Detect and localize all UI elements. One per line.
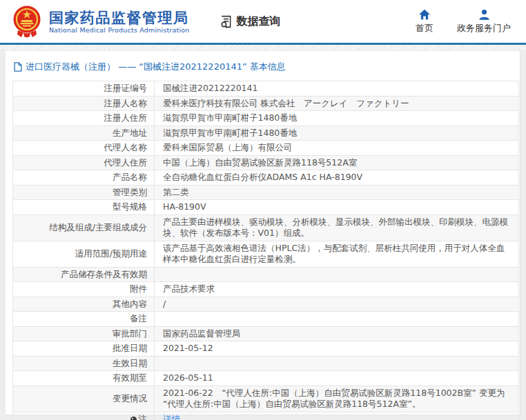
row-value	[155, 267, 519, 282]
table-row: 产品名称全自动糖化血红蛋白分析仪ADAMS A1c HA-8190V	[13, 170, 519, 186]
row-label: 审批部门	[13, 326, 155, 341]
row-value-text: 产品技术要求	[163, 283, 215, 294]
data-query-label: 数据查询	[237, 14, 281, 29]
row-label-text: 变更情况	[113, 393, 147, 403]
table-row: 生产地址滋賀県甲賀市甲南町柑子1480番地	[13, 126, 519, 141]
page-icon	[13, 62, 22, 72]
row-label: 代理人名称	[13, 141, 155, 156]
row-label: 注册证编号	[13, 81, 155, 97]
row-label-text: 附件	[130, 283, 147, 294]
row-value: 产品主要由进样模块、驱动模块、分析模块、显示模块、外部输出模块、印刷模块、电源模…	[155, 214, 519, 241]
table-row: 备注	[13, 312, 519, 327]
row-label: 生产地址	[13, 126, 155, 141]
row-label: 注	[13, 412, 155, 420]
row-value: 国家药品监督管理局	[155, 326, 519, 341]
note-icon	[130, 417, 137, 420]
row-value-text: 该产品基于高效液相色谱法（HPLC法），与配套试剂、层析柱共同使用，用于对人体全…	[163, 243, 505, 265]
table-row: 注册人住所滋賀県甲賀市甲南町柑子1480番地	[13, 111, 519, 126]
row-label: 管理类别	[13, 185, 155, 200]
row-value-text: 2021-05-12	[163, 343, 213, 353]
row-value: 国械注进20212220141	[155, 81, 519, 97]
table-row: 有效期至2026-05-11	[13, 371, 519, 386]
row-label: 变更情况	[13, 386, 155, 412]
table-row: 结构及组成/主要组成成分产品主要由进样模块、驱动模块、分析模块、显示模块、外部输…	[13, 214, 519, 241]
row-label: 注册人名称	[13, 96, 155, 111]
row-value-text: 国械注进20212220141	[163, 83, 257, 93]
row-label: 备注	[13, 312, 155, 327]
table-row: 注册证编号国械注进20212220141	[13, 81, 519, 97]
document-search-icon	[219, 14, 233, 29]
row-value: 产品技术要求	[155, 282, 519, 297]
nav-item-label: 首页	[416, 22, 434, 34]
site-header: 国家药品监督管理局 National Medical Products Admi…	[0, 0, 526, 43]
row-label-text: 注册证编号	[104, 83, 148, 93]
row-value: 2021-05-12	[155, 341, 519, 357]
row-value: 该产品基于高效液相色谱法（HPLC法），与配套试剂、层析柱共同使用，用于对人体全…	[155, 241, 519, 267]
row-value-text: 全自动糖化血红蛋白分析仪ADAMS A1c HA-8190V	[163, 172, 362, 182]
row-label-text: 注册人住所	[104, 112, 148, 123]
row-label-text: 备注	[130, 313, 147, 323]
row-label-text: 有效期至	[113, 372, 147, 383]
row-value-text: 2021-06-22 “代理人住所:中国（上海）自由贸易试验区新灵路118号10…	[163, 388, 505, 410]
table-row: 管理类别第二类	[13, 185, 519, 200]
org-title-block: 国家药品监督管理局 National Medical Products Admi…	[49, 10, 190, 34]
row-value: 详情	[155, 412, 519, 420]
table-row: 代理人名称爱科来国际贸易（上海）有限公司	[13, 141, 519, 156]
row-label-text: 批准日期	[113, 343, 147, 353]
table-row: 产品储存条件及有效期	[13, 267, 519, 282]
row-value: HA-8190V	[155, 200, 519, 215]
table-row: 注详情	[13, 412, 519, 420]
row-value-text: 中国（上海）自由贸易试验区新灵路118号512A室	[163, 157, 357, 168]
row-value-text: /	[163, 299, 166, 309]
row-label-text: 产品名称	[113, 172, 147, 182]
row-label: 其他内容	[13, 297, 155, 312]
row-label: 代理人住所	[13, 155, 155, 170]
row-label-text: 注	[139, 414, 148, 420]
row-label: 附件	[13, 282, 155, 297]
row-label-text: 其他内容	[113, 299, 147, 309]
row-value-text: 国家药品监督管理局	[163, 328, 241, 339]
table-row: 注册人名称爱科来医疗科技有限公司 株式会社 アークレイ ファクトリー	[13, 96, 519, 111]
breadcrumb: 进口医疗器械（注册） —— “国械注进20212220141” 基本信息	[6, 59, 520, 81]
row-label: 生效日期	[13, 356, 155, 371]
row-value	[155, 356, 519, 371]
row-value-text: 爱科来医疗科技有限公司 株式会社 アークレイ ファクトリー	[163, 98, 409, 108]
nav-item-home[interactable]: 首页	[416, 9, 434, 34]
home-icon	[418, 9, 431, 20]
row-value: 中国（上海）自由贸易试验区新灵路118号512A室	[155, 155, 519, 170]
row-value-text: 产品主要由进样模块、驱动模块、分析模块、显示模块、外部输出模块、印刷模块、电源模…	[163, 217, 508, 239]
row-label-text: 型号规格	[113, 201, 147, 212]
row-label: 批准日期	[13, 341, 155, 357]
detail-link[interactable]: 详情	[163, 414, 180, 420]
table-row: 变更情况2021-06-22 “代理人住所:中国（上海）自由贸易试验区新灵路11…	[13, 386, 519, 412]
data-query-tab[interactable]: 数据查询	[219, 14, 281, 29]
row-label: 注册人住所	[13, 111, 155, 126]
row-value: 2021-06-22 “代理人住所:中国（上海）自由贸易试验区新灵路118号10…	[155, 386, 519, 412]
registration-info-table: 注册证编号国械注进20212220141注册人名称爱科来医疗科技有限公司 株式会…	[12, 81, 519, 420]
row-label: 产品名称	[13, 170, 155, 186]
row-label: 型号规格	[13, 200, 155, 215]
national-emblem-logo	[11, 4, 43, 39]
nav-item-label: 政务服务门户	[457, 22, 511, 34]
row-value-text: 第二类	[163, 187, 189, 197]
row-label-text: 代理人住所	[104, 157, 148, 168]
nav-item-gov-portal[interactable]: 政务服务门户	[457, 9, 511, 34]
row-value-text: 滋賀県甲賀市甲南町柑子1480番地	[163, 112, 297, 123]
row-label: 有效期至	[13, 371, 155, 386]
row-label: 结构及组成/主要组成成分	[13, 214, 155, 241]
table-row: 批准日期2021-05-12	[13, 341, 519, 357]
row-value: 滋賀県甲賀市甲南町柑子1480番地	[155, 126, 519, 141]
content-panel: 进口医疗器械（注册） —— “国械注进20212220141” 基本信息 注册证…	[6, 51, 520, 415]
row-label-text: 代理人名称	[104, 142, 148, 152]
org-name: 国家药品监督管理局	[49, 10, 190, 26]
row-value	[155, 312, 519, 327]
row-label-text: 结构及组成/主要组成成分	[49, 222, 147, 232]
row-label-text: 管理类别	[113, 187, 147, 197]
row-label-text: 适用范围/预期用途	[75, 248, 147, 259]
row-value: 全自动糖化血红蛋白分析仪ADAMS A1c HA-8190V	[155, 170, 519, 186]
row-label-text: 生效日期	[113, 358, 147, 368]
hatched-strip	[0, 45, 526, 50]
breadcrumb-text: 进口医疗器械（注册） —— “国械注进20212220141” 基本信息	[26, 61, 286, 73]
row-value: /	[155, 297, 519, 312]
row-value: 爱科来国际贸易（上海）有限公司	[155, 141, 519, 156]
